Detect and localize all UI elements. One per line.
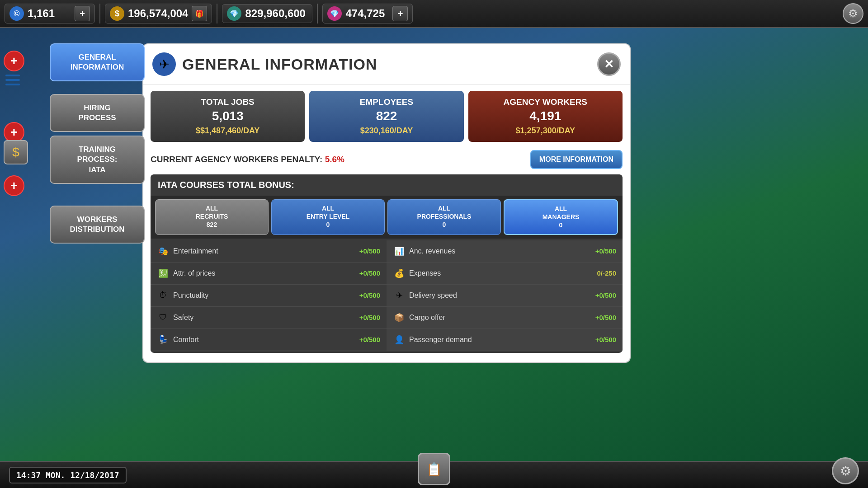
employees-daily: $230,160/DAY	[316, 126, 456, 136]
clipboard-icon: 📋	[426, 462, 442, 477]
tab-all-managers[interactable]: ALLMANAGERS0	[504, 199, 618, 235]
iata-tabs: ALLRECRUITS822 ALLENTRY LEVEL0 ALLPROFES…	[151, 196, 623, 239]
punctuality-value: +0/500	[359, 291, 380, 299]
dialog-header: ✈ GENERAL INFORMATION ✕	[143, 44, 630, 84]
comfort-name: Comfort	[173, 336, 356, 344]
stat-card-agency-workers: AGENCY WORKERS 4,191 $1,257,300/DAY	[468, 91, 623, 142]
safety-icon: 🛡	[157, 311, 170, 324]
sidebar-item-general-information[interactable]: GENERAL INFORMATION	[50, 43, 145, 81]
cargo-offer-icon: 📦	[393, 311, 406, 324]
skill-row-passenger-demand: 👤 Passenger demand +0/500	[387, 329, 623, 351]
skill-row-delivery-speed: ✈ Delivery speed +0/500	[387, 285, 623, 307]
gems-icon: 💎	[227, 6, 241, 21]
gems-item: 💎 829,960,600	[222, 4, 312, 23]
delivery-speed-value: +0/500	[595, 291, 616, 299]
dialog-close-button[interactable]: ✕	[597, 52, 621, 76]
entertainment-value: +0/500	[359, 247, 380, 255]
employees-value: 822	[316, 109, 456, 123]
dollar-button[interactable]: $	[4, 140, 28, 164]
skill-row-punctuality: ⏱ Punctuality +0/500	[151, 285, 387, 307]
separator-3	[317, 4, 318, 23]
plus-icon-bottom: +	[10, 178, 18, 193]
sidebar-item-workers-distribution[interactable]: WORKERS DISTRIBUTION	[50, 206, 145, 244]
vip-item: 💎 474,725 +	[322, 4, 413, 23]
penalty-row: CURRENT AGENCY WORKERS PENALTY: 5.6% MOR…	[143, 146, 630, 174]
currency-item: © 1,161 +	[5, 4, 95, 23]
skill-row-comfort: 💺 Comfort +0/500	[151, 329, 387, 351]
total-jobs-title: TOTAL JOBS	[158, 97, 297, 107]
dollar-daily-icon: $	[196, 126, 200, 135]
skill-row-expenses: 💰 Expenses 0/-250	[387, 263, 623, 285]
entertainment-name: Entertainment	[173, 247, 356, 255]
agency-workers-title: AGENCY WORKERS	[476, 97, 615, 107]
cargo-offer-name: Cargo offer	[409, 314, 592, 322]
sidebar: GENERAL INFORMATION HIRING PROCESS TRAIN…	[50, 43, 145, 244]
more-information-button[interactable]: MORE INFORMATION	[530, 150, 623, 169]
stat-card-total-jobs: TOTAL JOBS 5,013 $$1,487,460/DAY$1,487,4…	[151, 91, 305, 142]
entertainment-icon: 🎭	[157, 245, 170, 258]
gear-icon: ⚙	[840, 464, 851, 479]
money-icon: $	[110, 6, 124, 21]
agency-workers-value: 4,191	[476, 109, 615, 123]
total-jobs-daily: $$1,487,460/DAY$1,487,460/DAY	[158, 126, 297, 136]
agency-workers-daily: $1,257,300/DAY	[476, 126, 615, 136]
passenger-demand-icon: 👤	[393, 333, 406, 346]
attr-prices-value: +0/500	[359, 269, 380, 277]
iata-header: IATA COURSES TOTAL BONUS:	[151, 174, 623, 196]
comfort-value: +0/500	[359, 336, 380, 343]
hamburger-button[interactable]	[4, 71, 24, 89]
anc-revenues-name: Anc. revenues	[409, 247, 592, 255]
dialog-title-icon: ✈	[152, 52, 176, 76]
skill-row-anc-revenues: 📊 Anc. revenues +0/500	[387, 240, 623, 263]
add-button-top[interactable]: +	[4, 51, 24, 71]
datetime-display: 14:37 MON. 12/18/2017	[9, 467, 127, 483]
tab-all-recruits[interactable]: ALLRECRUITS822	[155, 199, 269, 235]
expenses-icon: 💰	[393, 267, 406, 280]
add-button-bottom[interactable]: +	[4, 175, 24, 196]
currency-add-button[interactable]: +	[75, 6, 90, 21]
employees-title: EMPLOYEES	[316, 97, 456, 107]
money-item: $ 196,574,004 🎁	[105, 4, 212, 23]
passenger-demand-name: Passenger demand	[409, 336, 592, 344]
iata-section: IATA COURSES TOTAL BONUS: ALLRECRUITS822…	[151, 174, 623, 353]
separator-1	[99, 4, 100, 23]
general-information-dialog: ✈ GENERAL INFORMATION ✕ TOTAL JOBS 5,013…	[142, 43, 631, 363]
settings-icon-top[interactable]: ⚙	[843, 3, 863, 24]
money-value: 196,574,004	[128, 7, 188, 20]
sidebar-item-hiring-process[interactable]: HIRING PROCESS	[50, 94, 145, 132]
attr-prices-name: Attr. of prices	[173, 269, 356, 277]
skill-row-entertainment: 🎭 Entertainment +0/500	[151, 240, 387, 263]
sidebar-item-training-process[interactable]: TRAINING PROCESS: IATA	[50, 136, 145, 183]
vip-icon: 💎	[327, 6, 342, 21]
delivery-speed-name: Delivery speed	[409, 291, 592, 300]
plus-icon-top: +	[10, 54, 18, 68]
punctuality-name: Punctuality	[173, 291, 356, 300]
total-jobs-value: 5,013	[158, 109, 297, 123]
stats-row: TOTAL JOBS 5,013 $$1,487,460/DAY$1,487,4…	[143, 84, 630, 146]
delivery-speed-icon: ✈	[393, 289, 406, 302]
clipboard-button[interactable]: 📋	[418, 453, 450, 485]
close-icon: ✕	[604, 57, 614, 71]
attr-prices-icon: 💹	[157, 267, 170, 280]
vip-add-button[interactable]: +	[392, 6, 408, 21]
currency-value: 1,161	[28, 7, 55, 20]
dollar-icon: $	[12, 145, 19, 160]
expenses-value: 0/-250	[597, 269, 616, 277]
bottom-bar: 14:37 MON. 12/18/2017 📋 ⚙	[0, 461, 868, 488]
hamburger-line-1	[5, 75, 20, 76]
dialog-title: GENERAL INFORMATION	[182, 56, 377, 73]
money-gift-button[interactable]: 🎁	[192, 6, 207, 21]
skills-grid: 🎭 Entertainment +0/500 📊 Anc. revenues +…	[151, 239, 623, 353]
settings-button[interactable]: ⚙	[832, 457, 859, 484]
top-bar: © 1,161 + $ 196,574,004 🎁 💎 829,960,600 …	[0, 0, 868, 28]
vip-value: 474,725	[345, 7, 385, 20]
hamburger-line-2	[5, 79, 20, 81]
tab-all-entry-level[interactable]: ALLENTRY LEVEL0	[271, 199, 385, 235]
airplane-icon: ✈	[159, 57, 170, 72]
anc-revenues-value: +0/500	[595, 247, 616, 255]
safety-name: Safety	[173, 314, 356, 322]
expenses-name: Expenses	[409, 269, 593, 277]
cargo-offer-value: +0/500	[595, 314, 616, 321]
currency-icon: ©	[9, 6, 24, 21]
tab-all-professionals[interactable]: ALLPROFESSIONALS0	[387, 199, 501, 235]
